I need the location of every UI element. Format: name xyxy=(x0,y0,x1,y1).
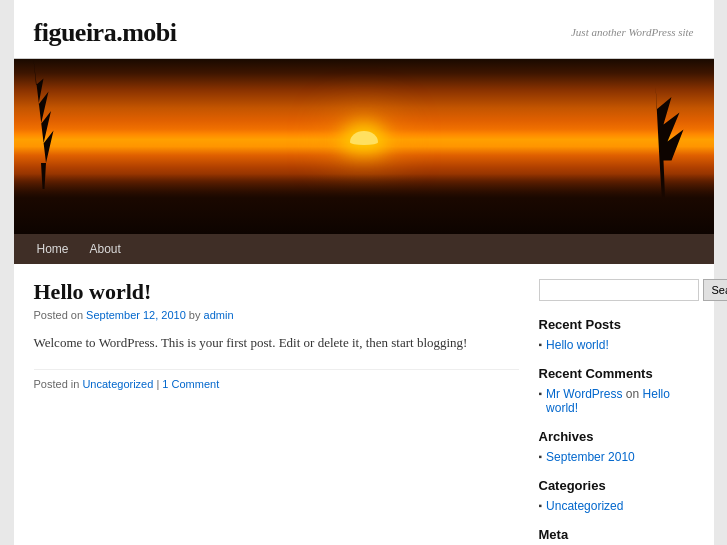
post-date-link[interactable]: September 12, 2010 xyxy=(86,309,186,321)
recent-comments-widget: Recent Comments Mr WordPress on Hello wo… xyxy=(539,366,694,415)
main-content: Hello world! Posted on September 12, 201… xyxy=(34,279,519,545)
comment-on: on xyxy=(626,387,639,401)
meta-title: Meta xyxy=(539,527,694,542)
categories-title: Categories xyxy=(539,478,694,493)
recent-posts-title: Recent Posts xyxy=(539,317,694,332)
list-item: Hello world! xyxy=(539,338,694,352)
post-meta: Posted on September 12, 2010 by admin xyxy=(34,309,519,321)
navigation: Home About xyxy=(14,234,714,264)
comment-author-link[interactable]: Mr WordPress xyxy=(546,387,622,401)
categories-widget: Categories Uncategorized xyxy=(539,478,694,513)
content-area: Hello world! Posted on September 12, 201… xyxy=(14,264,714,545)
archive-link[interactable]: September 2010 xyxy=(546,450,635,464)
tree-right-decoration xyxy=(624,79,704,199)
recent-comments-title: Recent Comments xyxy=(539,366,694,381)
list-item: Uncategorized xyxy=(539,499,694,513)
sidebar: Search Recent Posts Hello world! Recent … xyxy=(539,279,694,545)
list-item: Mr WordPress on Hello world! xyxy=(539,387,694,415)
tree-left-decoration xyxy=(19,59,69,189)
category-link[interactable]: Uncategorized xyxy=(546,499,623,513)
search-input[interactable] xyxy=(539,279,699,301)
post-title: Hello world! xyxy=(34,279,519,305)
search-button[interactable]: Search xyxy=(703,279,728,301)
ground-decoration xyxy=(14,184,714,234)
hero-image xyxy=(14,59,714,234)
recent-post-link[interactable]: Hello world! xyxy=(546,338,609,352)
nav-item-home[interactable]: Home xyxy=(29,240,77,258)
post-by: by xyxy=(189,309,204,321)
post-author-link[interactable]: admin xyxy=(204,309,234,321)
post-category-link[interactable]: Uncategorized xyxy=(82,378,153,390)
post-footer: Posted in Uncategorized | 1 Comment xyxy=(34,369,519,390)
site-description: Just another WordPress site xyxy=(571,26,694,38)
archives-title: Archives xyxy=(539,429,694,444)
list-item: September 2010 xyxy=(539,450,694,464)
recent-posts-widget: Recent Posts Hello world! xyxy=(539,317,694,352)
archives-widget: Archives September 2010 xyxy=(539,429,694,464)
post-meta-prefix: Posted on xyxy=(34,309,84,321)
post-content: Welcome to WordPress. This is your first… xyxy=(34,333,519,354)
post-comments-link[interactable]: 1 Comment xyxy=(162,378,219,390)
post-footer-prefix: Posted in xyxy=(34,378,83,390)
nav-item-about[interactable]: About xyxy=(82,240,129,258)
meta-widget: Meta Log in Entries RSS Comments RSS Wor… xyxy=(539,527,694,545)
search-widget: Search xyxy=(539,279,694,301)
site-title: figueira.mobi xyxy=(34,18,177,48)
site-header: figueira.mobi Just another WordPress sit… xyxy=(14,0,714,59)
